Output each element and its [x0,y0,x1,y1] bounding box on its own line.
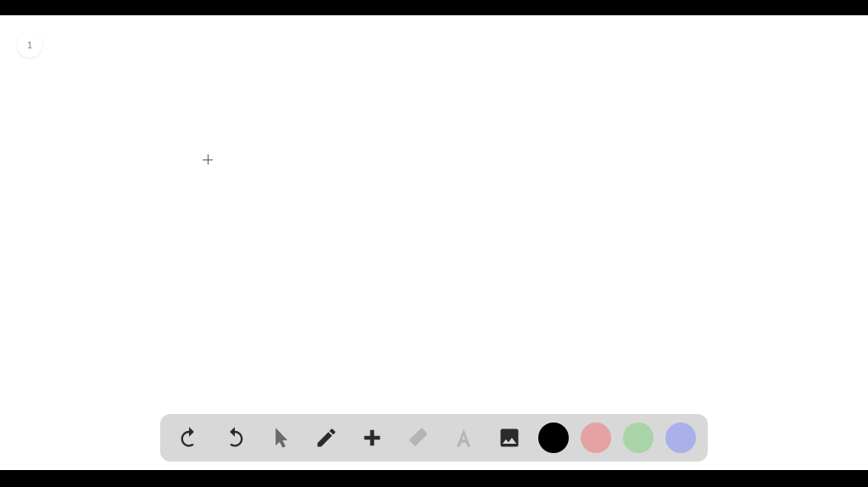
eraser-icon [406,426,430,450]
color-swatch-black[interactable] [538,423,569,453]
page-number: 1 [27,40,32,50]
plus-icon [360,426,384,450]
undo-icon [177,426,201,450]
cursor-icon [269,426,292,450]
color-swatch-green[interactable] [623,423,654,453]
text-icon [452,426,476,450]
undo-button[interactable] [172,421,206,455]
toolbar [160,414,708,462]
color-swatch-red[interactable] [581,423,611,453]
add-button[interactable] [355,421,389,455]
text-button[interactable] [447,421,481,455]
redo-icon [223,426,247,450]
pencil-button[interactable] [309,421,343,455]
page-indicator[interactable]: 1 [17,32,42,58]
canvas-area[interactable] [0,15,868,470]
eraser-button[interactable] [401,421,435,455]
redo-button[interactable] [218,421,252,455]
color-swatch-blue[interactable] [665,423,696,453]
image-button[interactable] [492,421,526,455]
image-icon [498,426,521,450]
select-button[interactable] [264,421,298,455]
pencil-icon [314,426,338,450]
